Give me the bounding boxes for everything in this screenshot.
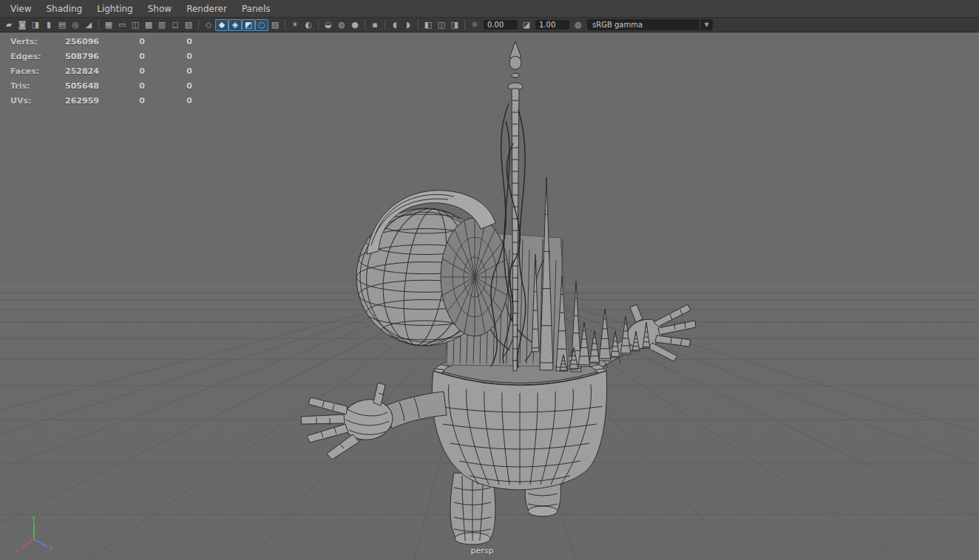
view-transform-select[interactable]: sRGB gamma [587,19,699,30]
hud-row-faces: Faces:25282400 [10,64,192,78]
selection-highlight-icon[interactable]: ◨ [448,19,461,31]
menu-panels[interactable]: Panels [234,1,278,16]
image-plane-icon[interactable]: ▤ [55,19,69,31]
wireframe-icon[interactable]: ◇ [202,19,215,31]
field-chart-icon[interactable]: ▥ [155,19,169,31]
panel-menu-bar: ViewShadingLightingShowRendererPanels [0,0,979,18]
hud-label: Verts: [10,37,56,47]
hud-value: 252824 [56,66,99,76]
hud-label: Faces: [10,66,56,76]
hud-value: 508796 [56,52,99,61]
plane-mode-icon[interactable]: ◫ [435,19,448,31]
shadows-icon[interactable]: ◐ [302,19,315,31]
multisample-icon[interactable]: ● [348,19,362,31]
fog-icon[interactable]: ▪ [368,19,382,31]
chevron-down-icon[interactable]: ▼ [699,19,713,30]
menu-renderer[interactable]: Renderer [179,1,234,16]
grease-pencil-icon[interactable]: ◢ [82,19,95,31]
hud-row-tris: Tris:50564800 [10,78,192,93]
hud-label: UVs: [10,96,56,106]
xray-icon[interactable]: ◖ [388,19,402,31]
toolbar-separator [318,20,319,30]
camera-name-label: persp [0,546,964,556]
toolbar-separator [285,20,285,30]
textured-icon[interactable]: ◩ [242,19,255,31]
camera-attributes-icon[interactable]: ◨ [29,19,42,31]
toolbar-separator [418,20,419,30]
menu-lighting[interactable]: Lighting [89,1,140,16]
hud-value: 0 [99,37,145,47]
gamma-field[interactable]: 1.00 [535,20,569,30]
toolbar-separator [98,20,99,30]
toolbar-separator [198,20,199,30]
hud-label: Tris: [10,81,56,91]
lock-camera-icon[interactable]: ◙ [16,19,29,31]
grid-icon[interactable]: ▦ [102,19,115,31]
checker-material-icon[interactable]: ▨ [268,19,282,31]
hud-value: 505648 [56,81,99,91]
hud-poly-count: Verts:25609600Edges:50879600Faces:252824… [10,34,192,108]
pan-zoom-icon[interactable]: ◎ [69,19,82,31]
maya-perspective-panel: ViewShadingLightingShowRendererPanels ▰◙… [0,0,979,560]
exposure-field[interactable]: 0.00 [484,20,518,30]
hud-row-edges: Edges:50879600 [10,49,192,64]
axis-x-line [21,539,34,548]
wireframe-on-shaded-icon[interactable]: ◈ [228,19,242,31]
viewport-3d-scene[interactable] [0,33,979,560]
toolbar-separator [464,20,465,30]
motion-blur-icon[interactable]: ◍ [335,19,348,31]
gate-mask-icon[interactable]: ▩ [142,19,155,31]
resolution-gate-icon[interactable]: ◫ [129,19,142,31]
use-all-lights-icon[interactable]: ☀ [288,19,302,31]
hud-value: 0 [145,81,192,91]
menu-shading[interactable]: Shading [38,1,89,16]
xray-joints-icon[interactable]: ◗ [402,19,415,31]
bookmarks-icon[interactable]: ▮ [42,19,55,31]
axis-z-line [34,539,47,547]
hud-value: 0 [99,81,145,91]
axis-x-label: x [15,547,19,554]
axis-z-label: z [50,544,53,552]
select-camera-icon[interactable]: ▰ [2,19,16,31]
hud-row-verts: Verts:25609600 [10,34,192,49]
view-transform-icon[interactable]: ◍ [572,19,585,31]
toolbar-separator [385,20,385,30]
hud-row-uvs: UVs:26295900 [10,93,192,108]
toolbar-separator [365,20,365,30]
hud-value: 0 [99,96,145,106]
axis-y-label: y [32,513,36,521]
safe-title-icon[interactable]: ▧ [182,19,195,31]
isolate-select-icon[interactable]: ◧ [421,19,435,31]
hud-value: 0 [145,37,192,47]
hud-label: Edges: [10,52,56,61]
hud-value: 0 [99,52,145,61]
hud-value: 0 [99,66,145,76]
hud-value: 0 [145,96,192,106]
panel-toolbar: ▰◙◨▮▤◎◢▦▭◫▩▥◻▧◇◆◈◩◌▨☀◐◒◍●▪◖◗◧◫◨ ☼ 0.00 ◪… [0,18,979,33]
viewport[interactable]: Verts:25609600Edges:50879600Faces:252824… [0,33,979,560]
use-default-material-icon[interactable]: ◌ [255,19,268,31]
safe-action-icon[interactable]: ◻ [169,19,182,31]
film-gate-icon[interactable]: ▭ [115,19,129,31]
hud-value: 0 [145,52,192,61]
hud-value: 262959 [56,96,99,106]
exposure-icon[interactable]: ☼ [468,19,481,31]
hud-value: 0 [145,66,192,76]
view-axis-gnomon: y x z [10,513,58,554]
smooth-shade-icon[interactable]: ◆ [215,19,228,31]
hud-value: 256096 [56,37,99,47]
occlusion-icon[interactable]: ◒ [322,19,335,31]
menu-show[interactable]: Show [140,1,179,16]
toolbar-icons: ▰◙◨▮▤◎◢▦▭◫▩▥◻▧◇◆◈◩◌▨☀◐◒◍●▪◖◗◧◫◨ [2,19,461,31]
gamma-icon[interactable]: ◪ [520,19,533,31]
menu-view[interactable]: View [3,1,38,16]
